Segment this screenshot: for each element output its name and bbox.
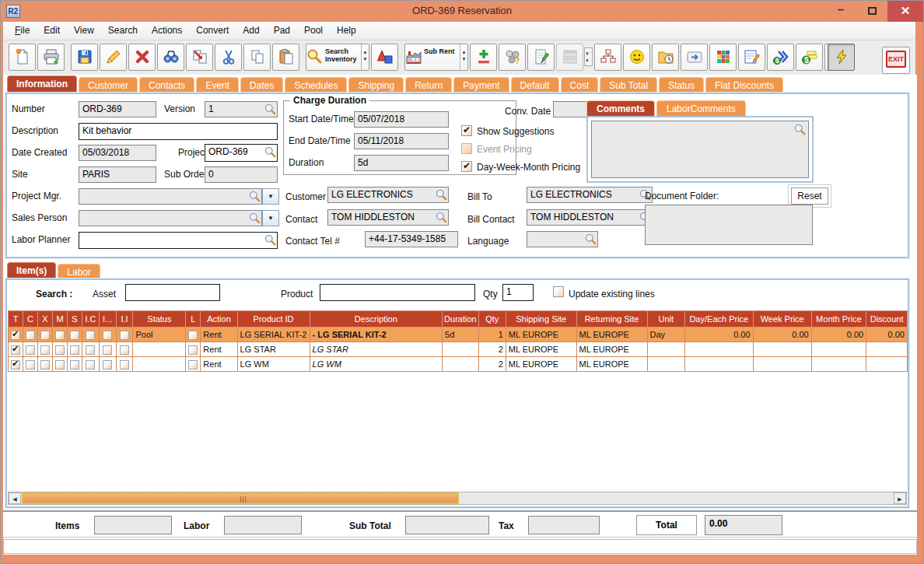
tab-comments[interactable]: Comments bbox=[586, 100, 655, 116]
update-existing-checkbox[interactable] bbox=[553, 286, 564, 297]
tab-labor[interactable]: Labor bbox=[58, 264, 100, 279]
column-header-qty[interactable]: Qty bbox=[478, 311, 506, 328]
save-button[interactable] bbox=[71, 44, 98, 71]
show-suggestions-checkbox[interactable] bbox=[461, 125, 472, 136]
column-header-status[interactable]: Status bbox=[133, 311, 186, 328]
horizontal-scrollbar[interactable]: ◀ ▶ bbox=[8, 492, 907, 505]
column-header-l[interactable]: L bbox=[186, 311, 201, 328]
project-field[interactable]: ORD-369 bbox=[205, 144, 278, 162]
search-icon[interactable] bbox=[249, 191, 261, 202]
start-date-field[interactable]: 05/07/2018 bbox=[354, 111, 449, 128]
tab-default[interactable]: Default bbox=[511, 77, 559, 93]
tab-contacts[interactable]: Contacts bbox=[139, 77, 194, 93]
search-icon[interactable] bbox=[436, 189, 447, 201]
row-l-checkbox[interactable] bbox=[188, 360, 198, 370]
row-flag-checkbox[interactable] bbox=[70, 360, 79, 370]
column-header-duration[interactable]: Duration bbox=[443, 311, 479, 328]
table-row[interactable]: RentLG STARLG STAR2ML EUROPEML EUROPE bbox=[9, 342, 908, 357]
maximize-button[interactable] bbox=[856, 1, 887, 22]
bill-to-field[interactable]: LG ELECTRONICS bbox=[527, 187, 653, 203]
column-header-c[interactable]: C bbox=[23, 311, 38, 328]
project-mgr-field[interactable] bbox=[79, 188, 262, 205]
note-edit-button[interactable] bbox=[738, 44, 765, 71]
contact-tel-field[interactable]: +44-17-5349-1585 bbox=[365, 231, 458, 247]
smiley-face-button[interactable] bbox=[623, 44, 650, 71]
availability-spheres-button[interactable]: ? bbox=[499, 44, 526, 71]
row-flag-checkbox[interactable] bbox=[86, 360, 95, 370]
search-icon[interactable] bbox=[249, 212, 261, 224]
column-header-shipping-site[interactable]: Shipping Site bbox=[506, 311, 576, 328]
customer-field[interactable]: LG ELECTRONICS bbox=[327, 187, 449, 203]
tab-customer[interactable]: Customer bbox=[79, 77, 138, 93]
row-flag-checkbox[interactable] bbox=[26, 360, 35, 370]
add-plus-button[interactable] bbox=[470, 44, 497, 71]
search-icon[interactable] bbox=[794, 124, 806, 135]
search-icon[interactable] bbox=[264, 146, 276, 158]
search-icon[interactable] bbox=[264, 103, 276, 115]
print-button[interactable] bbox=[37, 44, 65, 71]
scrollbar-thumb[interactable] bbox=[22, 492, 459, 504]
row-flag-checkbox[interactable] bbox=[103, 345, 112, 355]
calendar-button[interactable] bbox=[556, 44, 583, 71]
dropdown-arrows-icon[interactable]: ▼▼ bbox=[361, 44, 369, 70]
sub-orders-field[interactable]: 0 bbox=[205, 166, 278, 183]
folder-clock-button[interactable] bbox=[652, 44, 679, 71]
row-flag-checkbox[interactable] bbox=[103, 331, 112, 340]
menu-help[interactable]: Help bbox=[330, 22, 363, 40]
row-flag-checkbox[interactable] bbox=[11, 345, 20, 355]
qty-input[interactable]: 1 bbox=[502, 284, 534, 301]
tab-schedules[interactable]: Schedules bbox=[285, 77, 347, 93]
description-field[interactable]: Kit behavior bbox=[79, 123, 278, 140]
row-flag-checkbox[interactable] bbox=[86, 331, 95, 340]
column-header-day-each-price[interactable]: Day/Each Price bbox=[685, 311, 754, 328]
edit-pencil-button[interactable] bbox=[100, 44, 127, 71]
column-header-i[interactable]: I... bbox=[99, 311, 116, 328]
tab-return[interactable]: Return bbox=[405, 77, 452, 93]
paste-clipboard-button[interactable] bbox=[272, 44, 299, 71]
duration-field[interactable]: 5d bbox=[354, 155, 449, 171]
column-header-i-i[interactable]: I.I bbox=[116, 311, 133, 328]
row-flag-checkbox[interactable] bbox=[55, 360, 65, 370]
table-row[interactable]: PoolRentLG SERIAL KIT-2- LG SERIAL KIT-2… bbox=[9, 328, 908, 342]
menu-pad[interactable]: Pad bbox=[267, 22, 297, 40]
row-flag-checkbox[interactable] bbox=[120, 345, 129, 355]
keyboard-key-button[interactable] bbox=[681, 44, 708, 71]
tab-information[interactable]: Information bbox=[7, 75, 77, 93]
column-header-x[interactable]: X bbox=[38, 311, 53, 328]
row-flag-checkbox[interactable] bbox=[26, 331, 35, 340]
tab-status[interactable]: Status bbox=[659, 77, 704, 93]
search-inventory-button[interactable]: Search Inventory▼▼ bbox=[306, 44, 369, 71]
org-chart-button[interactable] bbox=[594, 44, 621, 71]
tab-flat-discounts[interactable]: Flat Discounts bbox=[705, 77, 783, 93]
row-flag-checkbox[interactable] bbox=[70, 345, 79, 355]
site-field[interactable]: PARIS bbox=[79, 166, 156, 183]
menu-actions[interactable]: Actions bbox=[145, 22, 189, 40]
exit-button[interactable]: EXIT bbox=[882, 47, 910, 74]
dollar-forward-button[interactable]: $ bbox=[767, 44, 794, 71]
column-header-s[interactable]: S bbox=[68, 311, 82, 328]
day-week-month-pricing-checkbox[interactable] bbox=[461, 161, 472, 172]
menu-pool[interactable]: Pool bbox=[297, 22, 330, 40]
color-cubes-button[interactable] bbox=[709, 44, 737, 71]
dollar-notes-button[interactable]: $ bbox=[796, 44, 823, 71]
tab-dates[interactable]: Dates bbox=[240, 77, 283, 93]
contact-field[interactable]: TOM HIDDLESTON bbox=[327, 209, 449, 226]
row-flag-checkbox[interactable] bbox=[55, 331, 65, 340]
dropdown-arrows-icon[interactable]: ▼▼ bbox=[460, 44, 467, 70]
menu-add[interactable]: Add bbox=[236, 22, 266, 40]
scroll-left-icon[interactable]: ◀ bbox=[9, 492, 21, 504]
menu-edit[interactable]: Edit bbox=[37, 22, 67, 40]
language-field[interactable] bbox=[527, 231, 598, 247]
tab-payment[interactable]: Payment bbox=[453, 77, 509, 93]
tab-sub-total[interactable]: Sub Total bbox=[600, 77, 657, 93]
cut-scissors-button[interactable] bbox=[215, 44, 242, 71]
copy-pages-button[interactable] bbox=[243, 44, 271, 71]
calendar-dropdown-icon[interactable]: ▼▼ bbox=[584, 47, 593, 66]
column-header-product-id[interactable]: Product ID bbox=[237, 311, 310, 328]
tab-item-s[interactable]: Item(s) bbox=[7, 262, 56, 279]
title-bar[interactable]: R2 ORD-369 Reservation – ✕ bbox=[1, 1, 923, 22]
row-l-checkbox[interactable] bbox=[188, 345, 198, 355]
row-flag-checkbox[interactable] bbox=[103, 360, 112, 370]
asset-input[interactable] bbox=[125, 284, 220, 301]
row-flag-checkbox[interactable] bbox=[40, 345, 50, 355]
